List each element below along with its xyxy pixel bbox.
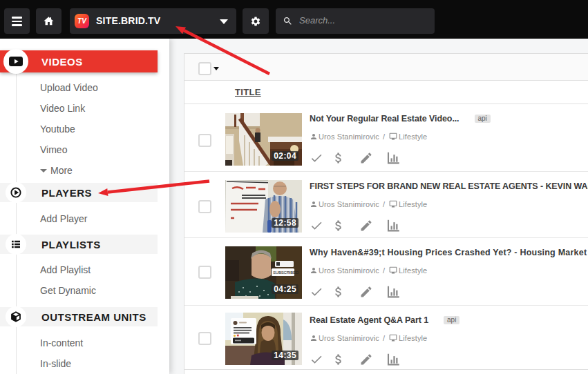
svg-text:SUBSCRIBED: SUBSCRIBED [273,270,299,275]
